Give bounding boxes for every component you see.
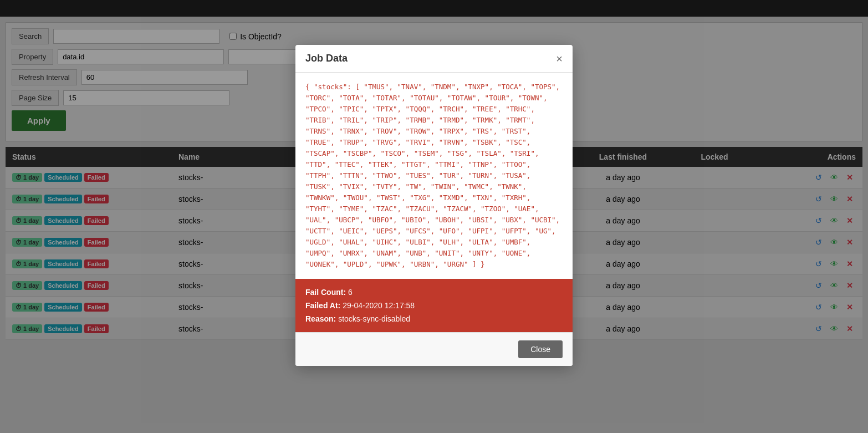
reason-value: stocks-sync-disabled bbox=[338, 314, 410, 323]
modal-overlay: Job Data × { "stocks": [ "TMUS", "TNAV",… bbox=[0, 0, 868, 433]
failed-at-value: 29-04-2020 12:17:58 bbox=[343, 301, 415, 310]
fail-count-value: 6 bbox=[348, 288, 353, 297]
reason-line: Reason: stocks-sync-disabled bbox=[305, 314, 563, 323]
modal-header: Job Data × bbox=[295, 45, 573, 73]
modal-close-button[interactable]: × bbox=[556, 53, 563, 64]
failed-at-line: Failed At: 29-04-2020 12:17:58 bbox=[305, 301, 563, 310]
failed-at-label: Failed At: bbox=[305, 301, 340, 310]
modal-error-section: Fail Count: 6 Failed At: 29-04-2020 12:1… bbox=[295, 279, 573, 332]
modal-body: { "stocks": [ "TMUS", "TNAV", "TNDM", "T… bbox=[295, 73, 573, 279]
job-data-content: { "stocks": [ "TMUS", "TNAV", "TNDM", "T… bbox=[305, 83, 560, 268]
modal-close-btn[interactable]: Close bbox=[518, 340, 563, 358]
fail-count-label: Fail Count: bbox=[305, 288, 346, 297]
fail-count-line: Fail Count: 6 bbox=[305, 288, 563, 297]
job-data-modal: Job Data × { "stocks": [ "TMUS", "TNAV",… bbox=[295, 45, 573, 366]
modal-footer: Close bbox=[295, 332, 573, 366]
modal-title: Job Data bbox=[305, 53, 348, 64]
reason-label: Reason: bbox=[305, 314, 336, 323]
